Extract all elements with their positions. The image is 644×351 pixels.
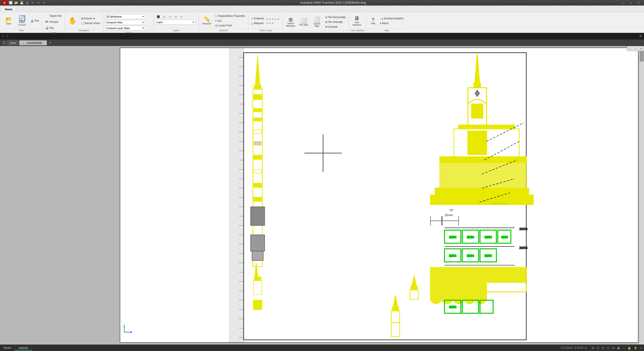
svg-text:Y: Y	[123, 324, 125, 326]
help-label: Help	[368, 28, 405, 32]
cascade-button[interactable]: ⧉ Cascade	[324, 25, 347, 29]
settings-icon[interactable]: ≡	[639, 346, 642, 350]
midpoint-button[interactable]: △ Midpoint	[250, 21, 265, 25]
snap-icon-2[interactable]: ×	[269, 17, 271, 21]
tile-v-button[interactable]: ⊞ Tile Vertically	[324, 20, 347, 24]
layout1-tab[interactable]: Layout1	[15, 345, 32, 350]
layer-btn-4[interactable]: ▭	[173, 15, 178, 19]
named-views-button[interactable]: 📋 Named Views	[79, 21, 102, 25]
view-mode-arrow: ▼	[142, 16, 144, 18]
tile-h-button[interactable]: ⊟ Tile Horizontally	[324, 15, 347, 19]
ucs-icon: X Y	[122, 322, 134, 335]
view-preset-dropdown[interactable]: Unsaved View ▼	[105, 20, 145, 25]
snap-icon-7[interactable]: ×	[269, 21, 271, 25]
layer-btn-5[interactable]: ▭	[179, 15, 184, 19]
tile-h-icon: ⊟	[325, 16, 327, 19]
tab-dwg-close[interactable]: ×	[43, 41, 44, 44]
hardware-icon[interactable]: ⚡	[633, 346, 638, 350]
endpoint-button[interactable]: ◇ Endpoint	[250, 16, 265, 21]
close-button[interactable]: ✕	[635, 1, 642, 5]
window-title: Autodesk DWG TrueView 2024 1343939490.dw…	[46, 1, 620, 5]
snap-icon-6[interactable]: ×	[266, 21, 269, 25]
tab-dwg-file[interactable]: 🔒 1343939490 ×	[19, 40, 47, 45]
batch-plot-label: Batch Plot	[50, 15, 62, 17]
qa-open[interactable]: 📂	[14, 1, 19, 5]
command-input[interactable]	[11, 35, 637, 38]
layout-tabs-button[interactable]: ⬜ Layout Tabs	[311, 15, 323, 29]
svg-rect-38	[254, 118, 261, 121]
open-button[interactable]: 📂 Open	[3, 14, 15, 28]
otrack-icon[interactable]: ▣	[616, 346, 621, 350]
qa-print[interactable]: 🖨	[25, 1, 30, 5]
svg-rect-45	[251, 207, 265, 225]
snap-icon-1[interactable]: ×	[266, 17, 269, 21]
region-mass-button[interactable]: ⬡ Region/Mass Properties	[214, 14, 247, 18]
layer-btn-1[interactable]: ⬛	[155, 15, 161, 19]
vertical-scrollbar[interactable]	[639, 46, 644, 344]
snap-icon[interactable]: ⊡	[596, 346, 600, 350]
extents-button[interactable]: ⊞ Extents ▼	[79, 16, 102, 21]
svg-text:- - - - - - - -: - - - - - - - -	[491, 201, 506, 205]
minimize-button[interactable]: —	[620, 1, 627, 5]
list-icon: ≡	[215, 19, 217, 22]
snap-icon-4[interactable]: ×	[274, 17, 277, 21]
layer-btn-3[interactable]: ▭	[167, 15, 173, 19]
model-tab[interactable]: Model	[0, 345, 15, 350]
list-button[interactable]: ≡ List	[214, 19, 247, 23]
maximize-button[interactable]: □	[627, 1, 634, 5]
lineweight-icon[interactable]: ◌	[622, 346, 626, 350]
layer-btn-2[interactable]: ◻	[162, 15, 167, 19]
layer-dropdown[interactable]: Layer ▼	[155, 20, 195, 25]
grid-icon[interactable]: ⊞	[591, 346, 595, 350]
measure-button[interactable]: 📏 Measure	[200, 14, 213, 28]
cmd-close[interactable]: ×	[2, 34, 4, 38]
help-label: Help	[371, 22, 376, 25]
qa-undo[interactable]: ↩	[30, 1, 35, 5]
switch-windows-label: Switch Windows	[285, 22, 296, 27]
ortho-icon[interactable]: ⊟	[601, 346, 605, 350]
new-tab-button[interactable]: +	[48, 40, 53, 45]
help-button[interactable]: ? Help	[368, 16, 378, 26]
inner-restore[interactable]: □	[633, 46, 638, 51]
tab-start[interactable]: Start	[7, 40, 19, 45]
file-tabs-button[interactable]: ⬜ File Tabs	[298, 15, 310, 29]
snap-icon-5[interactable]: ×	[277, 17, 279, 21]
cmd-check[interactable]: ✓	[6, 34, 9, 38]
tab-menu-button[interactable]: ☰	[1, 41, 7, 45]
cmd-settings[interactable]: ⚙	[639, 34, 642, 38]
qa-save[interactable]: 💾	[19, 1, 24, 5]
snap-icon-3[interactable]: ×	[271, 17, 274, 21]
batch-plot-button[interactable]: 📄 Batch Plot	[44, 13, 63, 19]
file-tabs-label: File Tabs	[299, 24, 308, 26]
locate-point-button[interactable]: ⊕ Locate Point	[214, 23, 247, 28]
user-interface-label: User Interface	[351, 21, 362, 26]
switch-windows-button[interactable]: ⊞ Switch Windows	[285, 15, 297, 29]
dwg-convert-button[interactable]: 🔄 DWG Convert	[16, 14, 28, 28]
desktop-analytics-button[interactable]: 📊 Desktop Analytics	[379, 16, 405, 21]
polar-icon[interactable]: ◱	[606, 346, 610, 350]
user-interface-button[interactable]: 🖥 User Interface	[350, 14, 363, 28]
view-mode-dropdown[interactable]: 2D Wireframe ▼	[105, 14, 145, 19]
plot-output-button[interactable]: 🖨 Plot	[44, 25, 55, 31]
about-button[interactable]: ℹ About	[379, 21, 405, 25]
tab-dwg-lock-icon: 🔒	[22, 41, 25, 45]
about-label: About	[382, 22, 388, 25]
svg-rect-91	[430, 268, 526, 282]
snap-icon-8[interactable]: ×	[271, 21, 274, 25]
pan-button[interactable]: ✋	[66, 14, 79, 28]
tab-home[interactable]: Home	[1, 7, 16, 12]
qa-redo[interactable]: ↪	[36, 1, 41, 5]
osnap-icon[interactable]: ⊕	[611, 346, 615, 350]
qa-new[interactable]: ⬜	[8, 1, 13, 5]
status-bar: Model Layout1 0'-9 15/16", 3'-8 3/4", 0'…	[0, 344, 644, 351]
preview-button[interactable]: 👁 Preview	[44, 19, 60, 25]
plot-icon: 🖨	[30, 19, 34, 23]
svg-rect-43	[254, 184, 261, 187]
drawing-area[interactable]: 26/94 26/94 26/94 1044 26/94 26/94 26/94…	[120, 48, 638, 343]
inner-close[interactable]: ✕	[638, 46, 644, 51]
qa-dropdown[interactable]: ▼	[41, 1, 46, 5]
plot-button[interactable]: 🖨 Plot	[29, 18, 40, 24]
inner-minimize[interactable]: —	[627, 46, 633, 51]
lock-icon[interactable]: 🔒	[627, 346, 632, 350]
layer-state-dropdown[interactable]: Unsaved Layer State ▼	[105, 26, 145, 31]
